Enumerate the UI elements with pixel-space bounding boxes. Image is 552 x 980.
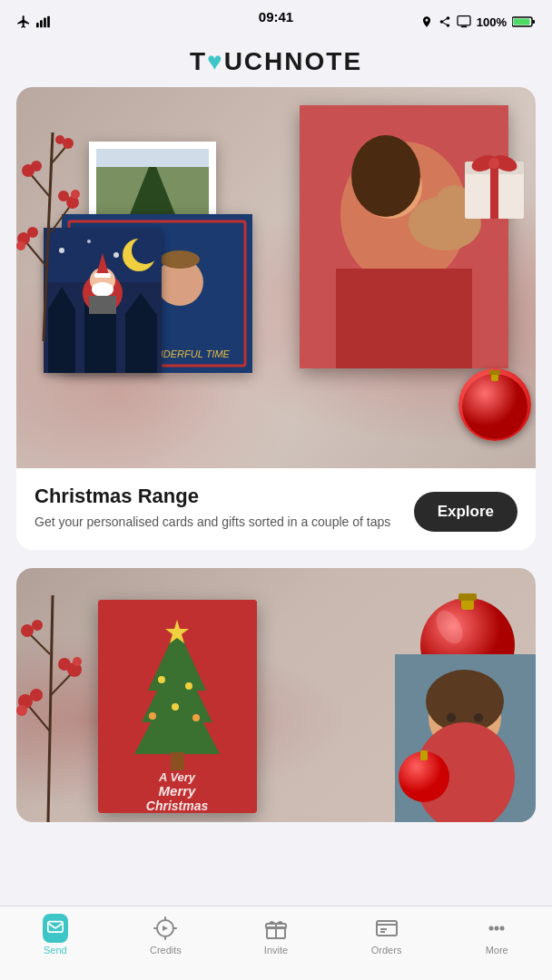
status-time: 09:41 [259,9,293,24]
svg-point-85 [32,620,43,631]
card-footer-1: Christmas Range Get your personalised ca… [34,485,518,532]
nav-item-more[interactable]: More [441,916,552,956]
status-right: 100% [420,15,536,29]
svg-rect-5 [461,25,467,27]
berry-decoration-2 [16,568,84,822]
nav-label-more: More [486,945,508,956]
svg-marker-120 [163,926,168,931]
more-icon [484,916,509,941]
app-header: T♥UCHNOTE [0,40,552,87]
scroll-content[interactable]: THE MOST WONDERFUL TIME [0,87,552,906]
svg-text:Merry: Merry [159,783,197,799]
ornament-big-1 [458,368,531,441]
svg-line-77 [29,633,50,654]
svg-rect-2 [44,18,46,28]
svg-point-62 [58,191,69,201]
nav-label-credits: Credits [150,945,182,956]
status-bar: 09:41 100% [0,0,552,40]
svg-line-56 [30,173,49,196]
gift-box [460,142,528,223]
svg-point-65 [31,161,42,172]
card-desc-1: Get your personalised cards and gifts so… [34,514,390,532]
svg-rect-20 [96,149,209,167]
svg-point-82 [58,658,71,671]
nav-icon-invite [263,916,289,941]
svg-text:A Very: A Very [158,770,196,784]
bottom-nav: Send Credits [0,906,552,980]
svg-point-59 [27,227,38,238]
nav-icon-orders [374,916,399,941]
ribbon-ornament [395,745,454,804]
svg-rect-3 [47,16,50,28]
nav-label-invite: Invite [264,945,288,956]
app-logo: T♥UCHNOTE [190,47,362,76]
svg-rect-102 [458,593,477,601]
nav-item-orders[interactable]: Orders [331,916,442,956]
logo-heart: ♥ [207,47,224,75]
svg-rect-90 [171,752,184,770]
svg-point-129 [495,926,499,931]
screen-icon [457,15,471,28]
svg-point-91 [158,676,165,683]
location-icon [420,15,433,28]
send-icon-box [43,914,68,943]
svg-rect-112 [48,922,63,932]
card-image-merry-christmas: A Very Merry Christmas [16,568,536,822]
card-title-1: Christmas Range [34,485,390,508]
svg-point-95 [149,712,156,720]
airplane-icon [16,15,31,29]
svg-point-29 [160,250,200,269]
nav-label-orders: Orders [371,945,402,956]
svg-point-60 [16,241,25,250]
svg-point-93 [172,703,179,710]
promo-card-merry-christmas: A Very Merry Christmas [16,568,536,822]
svg-rect-8 [533,20,536,24]
svg-line-75 [27,704,50,731]
svg-rect-111 [420,750,428,760]
svg-rect-52 [489,370,500,375]
svg-line-74 [48,595,53,822]
svg-line-114 [55,923,63,928]
svg-rect-49 [89,296,116,314]
svg-point-84 [21,624,34,637]
status-left [16,15,53,29]
svg-point-73 [488,158,499,169]
svg-point-67 [55,135,64,144]
svg-point-83 [73,657,82,666]
svg-point-48 [92,282,113,297]
svg-rect-7 [514,19,530,25]
svg-point-63 [71,190,80,199]
svg-point-80 [16,705,27,716]
svg-point-130 [500,926,505,931]
explore-button-1[interactable]: Explore [414,492,518,532]
nav-item-credits[interactable]: Credits [111,916,222,956]
svg-point-92 [185,682,192,690]
card-image-christmas-range: THE MOST WONDERFUL TIME [16,87,536,468]
svg-point-50 [462,374,527,439]
promo-card-christmas-range: THE MOST WONDERFUL TIME [16,87,536,550]
nav-label-send: Send [44,945,67,956]
svg-point-108 [447,713,456,722]
svg-point-128 [489,926,494,931]
svg-rect-1 [40,20,43,27]
svg-rect-47 [94,273,111,278]
send-icon [46,920,64,936]
svg-text:Christmas: Christmas [146,799,209,813]
credits-icon [153,916,178,941]
svg-line-76 [51,672,73,695]
nav-icon-more [484,916,509,941]
svg-point-79 [30,689,43,701]
svg-rect-37 [125,314,157,373]
nav-item-send[interactable]: Send [0,916,111,956]
nav-icon-credits [153,916,178,941]
svg-point-15 [351,135,420,217]
merry-christmas-card: A Very Merry Christmas [98,600,257,813]
nav-icon-send [43,916,68,941]
share-icon [439,15,451,28]
signal-icon [36,15,53,28]
battery-text: 100% [477,15,507,29]
svg-point-109 [474,713,483,722]
nav-item-invite[interactable]: Invite [221,916,331,956]
svg-rect-0 [36,23,39,27]
orders-icon [374,916,399,941]
